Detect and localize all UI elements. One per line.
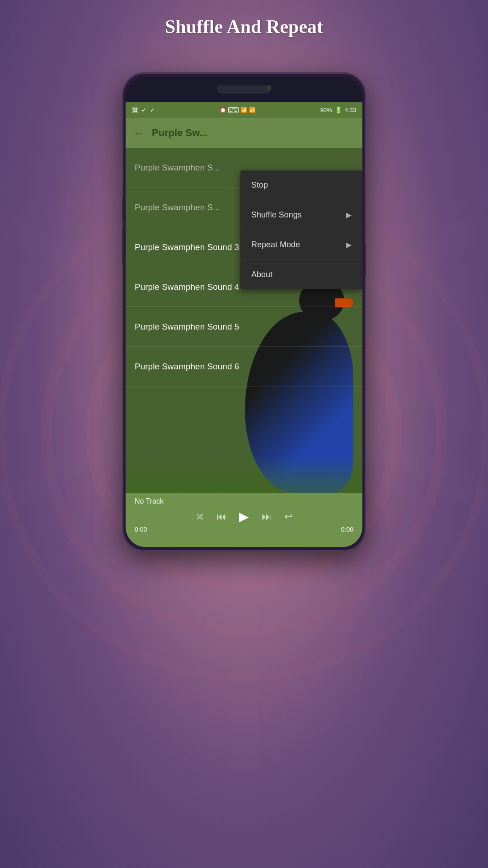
player-track-label: No Track [135,497,164,505]
player-times: 0:00 0:00 [135,526,353,533]
player-controls: ⤮ ⏮ ▶ ⏭ ↩ [196,509,292,524]
time-display: 4:33 [345,107,356,113]
status-left-icons: 🖼 ✓ ✓ [132,107,155,113]
menu-item-repeat[interactable]: Repeat Mode ▶ [240,230,362,260]
back-button[interactable]: ← [133,126,145,140]
camera-bump [217,85,271,94]
content-area: Purple Swamphen S... Purple Swamphen S..… [126,148,362,493]
toolbar-title: Purple Sw... [152,127,208,139]
prev-button[interactable]: ⏮ [216,511,226,523]
wifi-icon: 📶 [240,107,247,113]
grass [126,457,362,493]
phone-frame: 🖼 ✓ ✓ ⏰ LTE 📶 📶 90% 🔋 4:33 ← Purple Sw..… [122,72,366,552]
status-right: 90% 🔋 4:33 [320,107,356,113]
menu-item-stop[interactable]: Stop [240,170,362,200]
chevron-right-icon: ▶ [346,241,352,249]
battery-percent: 90% [320,107,332,113]
volume-down-button[interactable] [122,228,123,264]
battery-icon: 🔋 [335,107,342,113]
volume-up-button[interactable] [122,199,123,222]
list-item[interactable]: Purple Swamphen Sound 6 [126,347,362,387]
alarm-icon: ⏰ [220,107,226,113]
next-button[interactable]: ⏭ [262,511,272,523]
player-bar: No Track ⤮ ⏮ ▶ ⏭ ↩ 0:00 0:00 [126,493,362,547]
menu-item-about[interactable]: About [240,260,362,289]
power-button[interactable] [365,244,366,276]
notification-icon: 🖼 [132,107,138,113]
time-total: 0:00 [341,526,353,533]
play-button[interactable]: ▶ [239,509,249,524]
camera-lens [267,86,271,90]
chevron-right-icon: ▶ [346,211,352,219]
phone-screen: 🖼 ✓ ✓ ⏰ LTE 📶 📶 90% 🔋 4:33 ← Purple Sw..… [126,77,362,547]
shuffle-button[interactable]: ⤮ [196,511,204,523]
check-icon-2: ✓ [150,107,155,113]
app-toolbar: ← Purple Sw... [126,118,362,148]
time-current: 0:00 [135,526,147,533]
status-bar: 🖼 ✓ ✓ ⏰ LTE 📶 📶 90% 🔋 4:33 [126,102,362,118]
dropdown-menu: Stop Shuffle Songs ▶ Repeat Mode ▶ About [240,170,362,289]
signal-icon: 📶 [249,107,256,113]
phone-notch [126,77,362,102]
page-title: Shuffle And Repeat [0,16,488,38]
list-item[interactable]: Purple Swamphen Sound 5 [126,307,362,347]
lte-badge: LTE [228,107,239,113]
repeat-button[interactable]: ↩ [284,511,292,523]
check-icon-1: ✓ [141,107,146,113]
menu-item-shuffle[interactable]: Shuffle Songs ▶ [240,200,362,230]
